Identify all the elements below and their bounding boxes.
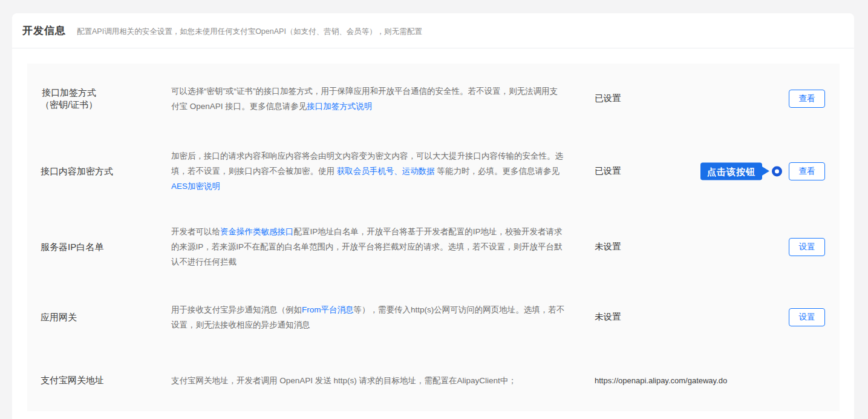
row-label-cell: 接口加签方式 （密钥/证书） (27, 87, 171, 111)
row-label: 接口加签方式 (41, 87, 97, 99)
action-cell: 查看 (789, 90, 825, 108)
inline-link[interactable]: 接口加签方式说明 (307, 102, 372, 111)
row-content-encryption: 接口内容加密方式 加密后，接口的请求内容和响应内容将会由明文内容变为密文内容，可… (27, 133, 840, 209)
row-description: 可以选择“密钥”或“证书”的接口加签方式，用于保障应用和开放平台通信的安全性。若… (171, 84, 566, 114)
inline-link[interactable]: AES加密说明 (171, 182, 220, 191)
status-text: 已设置 (595, 93, 752, 104)
status-text: 未设置 (595, 311, 752, 323)
row-signing-method: 接口加签方式 （密钥/证书） 可以选择“密钥”或“证书”的接口加签方式，用于保障… (27, 64, 840, 133)
action-cell: 设置 (789, 238, 825, 256)
click-here-callout: 点击该按钮 (700, 162, 782, 180)
row-label: 应用网关 (41, 311, 77, 323)
text-segment: 开发者可以给 (171, 227, 220, 236)
view-button[interactable]: 查看 (789, 162, 825, 180)
gateway-url-value: https://openapi.alipay.com/gateway.do (595, 376, 752, 385)
settings-table: 接口加签方式 （密钥/证书） 可以选择“密钥”或“证书”的接口加签方式，用于保障… (27, 64, 840, 411)
row-label: 接口内容加密方式 (41, 165, 113, 177)
row-sublabel: （密钥/证书） (41, 99, 97, 111)
row-app-gateway: 应用网关 用于接收支付宝异步通知消息（例如From平台消息等），需要传入http… (27, 285, 840, 349)
row-server-ip-whitelist: 服务器IP白名单 开发者可以给资金操作类敏感接口配置IP地址白名单，开放平台将基… (27, 209, 840, 285)
callout-label: 点击该按钮 (700, 162, 762, 180)
page-title: 开发信息 (22, 24, 66, 38)
row-description: 加密后，接口的请求内容和响应内容将会由明文内容变为密文内容，可以大大提升接口内容… (171, 148, 566, 194)
row-label-cell: 应用网关 (27, 311, 171, 323)
text-segment: 等能力时，必填。更多信息请参见 (435, 167, 560, 176)
view-button[interactable]: 查看 (789, 90, 825, 108)
set-button[interactable]: 设置 (789, 308, 825, 326)
row-label-cell: 支付宝网关地址 (27, 374, 171, 386)
row-label-cell: 服务器IP白名单 (27, 241, 171, 253)
row-label-cell: 接口内容加密方式 (27, 165, 171, 177)
callout-arrow-icon (762, 167, 769, 176)
inline-link[interactable]: 资金操作类敏感接口 (220, 227, 294, 236)
row-description: 支付宝网关地址，开发者调用 OpenAPI 发送 http(s) 请求的目标地址… (171, 373, 566, 388)
text-segment: 用于接收支付宝异步通知消息（例如 (171, 305, 302, 314)
target-ring-icon (772, 166, 782, 176)
row-description: 开发者可以给资金操作类敏感接口配置IP地址白名单，开放平台将基于开发者配置的IP… (171, 224, 566, 269)
card-header: 开发信息 配置API调用相关的安全设置，如您未使用任何支付宝OpenAPI（如支… (12, 13, 854, 48)
inline-link[interactable]: From平台消息 (302, 305, 354, 314)
row-label: 支付宝网关地址 (41, 374, 104, 386)
row-alipay-gateway-url: 支付宝网关地址 支付宝网关地址，开发者调用 OpenAPI 发送 http(s)… (27, 349, 840, 411)
page-subtitle: 配置API调用相关的安全设置，如您未使用任何支付宝OpenAPI（如支付、营销、… (77, 27, 422, 37)
action-cell: 设置 (789, 308, 825, 326)
action-cell: 点击该按钮 查看 (789, 162, 825, 180)
row-label: 服务器IP白名单 (41, 241, 103, 253)
status-text: 未设置 (595, 241, 752, 252)
text-segment: 支付宝网关地址，开发者调用 OpenAPI 发送 http(s) 请求的目标地址… (171, 376, 517, 385)
dev-info-card: 开发信息 配置API调用相关的安全设置，如您未使用任何支付宝OpenAPI（如支… (12, 13, 854, 419)
row-description: 用于接收支付宝异步通知消息（例如From平台消息等），需要传入http(s)公网… (171, 302, 566, 332)
inline-link[interactable]: 获取会员手机号、运动数据 (337, 167, 435, 176)
set-button[interactable]: 设置 (789, 238, 825, 256)
